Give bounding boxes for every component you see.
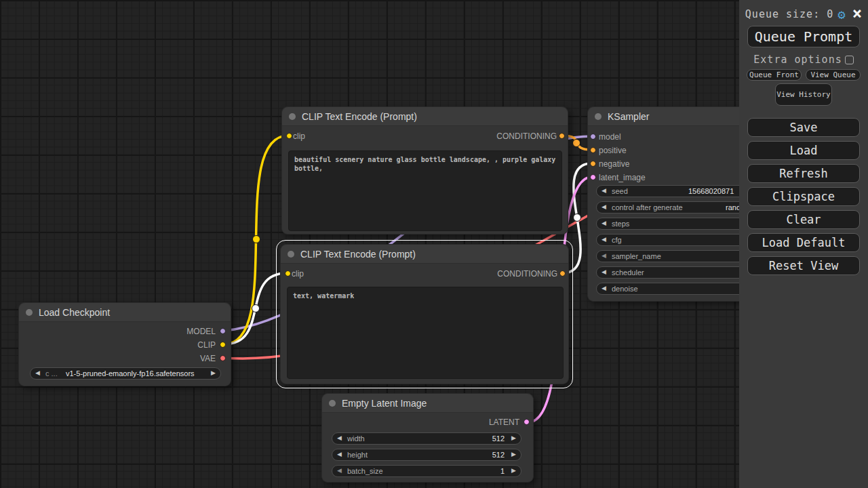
output-slot-conditioning[interactable] [559,133,565,139]
input-slot-clip[interactable] [285,270,291,277]
load-button[interactable]: Load [747,141,860,160]
widget-label: sampler_name [612,252,661,260]
node-title: Empty Latent Image [342,398,427,409]
clipspace-button[interactable]: Clipspace [747,187,860,206]
output-slot-conditioning[interactable] [559,270,566,277]
height-widget[interactable]: ◀ height 512 ▶ [332,449,521,461]
collapse-dot-icon[interactable] [26,309,33,316]
positive-prompt-textarea[interactable]: beautiful scenery nature glass bottle la… [288,150,562,231]
save-button[interactable]: Save [747,118,860,137]
decrement-arrow-icon[interactable]: ◀ [35,369,40,376]
negative-prompt-textarea[interactable]: text, watermark [287,287,564,379]
output-label: MODEL [186,327,216,336]
widget-value: 1 [500,467,505,475]
link-midpoint-dot [252,305,260,312]
extra-options-label: Extra options [753,54,842,66]
comfy-menu: Queue size: 0 ⚙ × Queue Prompt Extra opt… [739,0,868,488]
ckpt-name-combo[interactable]: ◀ c ... v1-5-pruned-emaonly-fp16.safeten… [30,367,221,380]
output-label: CLIP [197,340,216,350]
widget-value: 15668020871 [688,187,734,195]
decrement-arrow-icon[interactable]: ◀ [601,236,606,243]
queue-prompt-button[interactable]: Queue Prompt [747,26,860,47]
node-title: KSampler [608,111,649,122]
widget-label: batch_size [347,467,383,475]
decrement-arrow-icon[interactable]: ◀ [601,268,606,275]
decrement-arrow-icon[interactable]: ◀ [601,285,606,291]
width-widget[interactable]: ◀ width 512 ▶ [332,432,521,445]
link-midpoint-dot [574,214,581,222]
widget-label: scheduler [612,268,644,277]
extra-options-checkbox[interactable] [845,56,854,64]
widget-label: width [347,434,365,443]
widget-label: steps [612,220,629,228]
input-label: negative [599,159,629,169]
load-default-button[interactable]: Load Default [747,233,860,252]
collapse-dot-icon[interactable] [288,251,294,258]
output-label: LATENT [489,418,519,427]
decrement-arrow-icon[interactable]: ◀ [337,467,342,474]
clear-button[interactable]: Clear [747,210,860,229]
refresh-button[interactable]: Refresh [747,164,860,183]
node-title: CLIP Text Encode (Prompt) [302,111,417,122]
input-slot-latent-image[interactable] [590,174,596,180]
decrement-arrow-icon[interactable]: ◀ [601,187,606,194]
node-header[interactable]: Load Checkpoint [19,303,231,322]
increment-arrow-icon[interactable]: ▶ [211,369,216,376]
widget-value: 512 [492,451,505,459]
node-clip-text-encode-positive[interactable]: CLIP Text Encode (Prompt) clip CONDITION… [281,106,568,235]
node-graph-canvas[interactable]: { "icons": { "left_arrow": "◀", "right_a… [0,0,868,488]
node-header[interactable]: CLIP Text Encode (Prompt) [282,107,568,126]
input-label: clip [292,269,304,279]
node-title: Load Checkpoint [39,307,110,318]
output-slot-latent[interactable] [524,419,530,425]
link-midpoint-dot [253,236,260,243]
node-header[interactable]: Empty Latent Image [322,394,533,413]
decrement-arrow-icon[interactable]: ◀ [601,220,606,226]
output-slot-model[interactable] [220,328,226,334]
output-label: VAE [200,354,216,363]
output-label: CONDITIONING [497,269,557,279]
queue-size-label: Queue size: 0 [745,8,833,20]
increment-arrow-icon[interactable]: ▶ [511,434,516,441]
view-history-button[interactable]: View History [775,83,832,106]
input-slot-model[interactable] [590,134,596,140]
reset-view-button[interactable]: Reset View [747,256,860,275]
input-slot-negative[interactable] [590,161,596,167]
output-slot-clip[interactable] [220,342,226,348]
view-queue-button[interactable]: View Queue [806,69,861,81]
decrement-arrow-icon[interactable]: ◀ [601,252,606,259]
widget-label: seed [612,187,628,195]
decrement-arrow-icon[interactable]: ◀ [337,451,342,458]
node-title: CLIP Text Encode (Prompt) [300,249,416,260]
collapse-dot-icon[interactable] [595,113,601,120]
queue-front-button[interactable]: Queue Front [747,69,802,81]
decrement-arrow-icon[interactable]: ◀ [601,203,606,210]
collapse-dot-icon[interactable] [289,113,296,120]
output-label: CONDITIONING [496,131,557,141]
node-load-checkpoint[interactable]: Load Checkpoint MODEL CLIP VAE ◀ c ... v… [18,302,231,386]
decrement-arrow-icon[interactable]: ◀ [337,434,342,441]
collapse-dot-icon[interactable] [329,400,336,407]
output-slot-vae[interactable] [220,355,226,361]
widget-label-truncated: c ... [45,369,58,378]
widget-label: height [347,451,368,459]
input-label: latent_image [599,173,646,182]
link-midpoint-dot [573,140,580,147]
input-label: positive [599,146,627,155]
widget-label: denoise [612,285,638,293]
node-clip-text-encode-negative[interactable]: CLIP Text Encode (Prompt) clip CONDITION… [280,244,569,384]
widget-label: control after generate [612,203,683,211]
node-empty-latent-image[interactable]: Empty Latent Image LATENT ◀ width 512 ▶ … [321,393,534,483]
increment-arrow-icon[interactable]: ▶ [511,451,516,458]
widget-value: v1-5-pruned-emaonly-fp16.safetensors [66,369,195,378]
input-slot-clip[interactable] [286,133,292,139]
node-header[interactable]: CLIP Text Encode (Prompt) [281,245,568,264]
widget-value: 512 [492,434,505,443]
increment-arrow-icon[interactable]: ▶ [511,467,516,474]
input-label: clip [293,131,305,141]
widget-label: cfg [612,236,622,244]
gear-icon[interactable]: ⚙ [837,8,845,21]
batch-size-widget[interactable]: ◀ batch_size 1 ▶ [332,465,521,477]
close-icon[interactable]: × [852,7,862,20]
input-slot-positive[interactable] [590,147,596,153]
